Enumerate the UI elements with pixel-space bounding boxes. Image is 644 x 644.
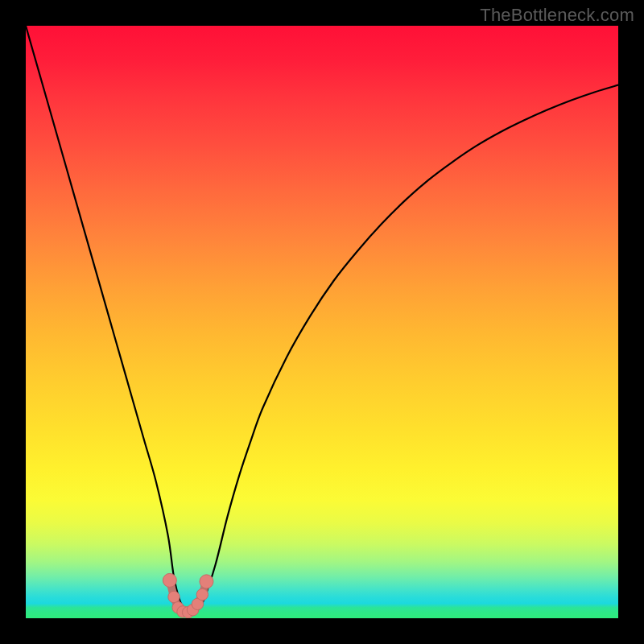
- bottleneck-curve: [26, 26, 618, 613]
- highlight-markers: [163, 573, 213, 617]
- curve-layer: [26, 26, 618, 618]
- plot-area: [26, 26, 618, 618]
- marker-dot: [163, 573, 176, 587]
- chart-frame: TheBottleneck.com: [0, 0, 644, 644]
- marker-dot: [196, 588, 208, 600]
- marker-dot: [200, 575, 213, 588]
- marker-dot: [168, 591, 180, 602]
- watermark-text: TheBottleneck.com: [480, 5, 634, 26]
